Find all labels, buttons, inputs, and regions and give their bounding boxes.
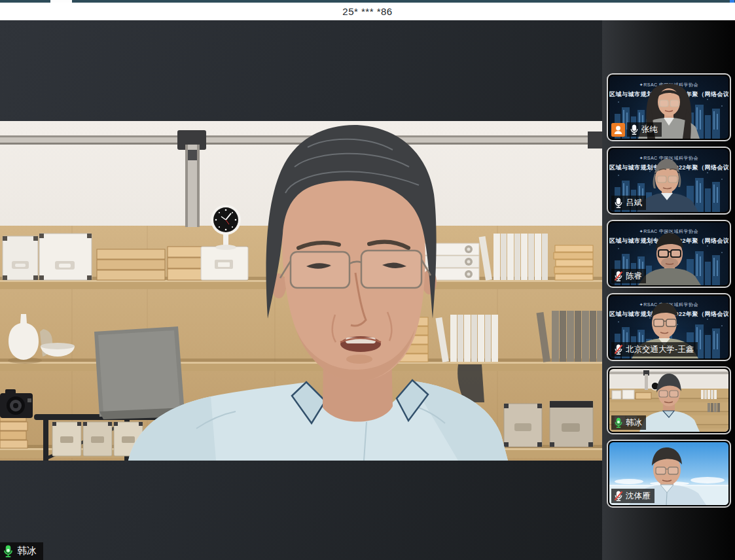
- participant-name: 韩冰: [626, 417, 642, 429]
- top-strip-notch: [50, 0, 72, 3]
- main-stage: 韩冰: [0, 20, 602, 560]
- active-speaker-label: 韩冰: [0, 542, 43, 560]
- top-strip-blue-fragment: [730, 0, 734, 3]
- participant-name-label: 沈体雁: [611, 489, 654, 503]
- participant-name: 陈睿: [626, 271, 642, 282]
- main-video[interactable]: [0, 121, 602, 461]
- meeting-window: 25* *** *86: [0, 0, 735, 560]
- participant-tile-chenrui[interactable]: ✦RSAC 中国区域科学协会 区域与城市规划专委会2022年聚（网络会议）: [607, 220, 731, 288]
- window-top-strip: [0, 0, 735, 3]
- participant-name: 吕斌: [626, 198, 642, 209]
- participant-tile-hanbing[interactable]: 韩冰: [607, 366, 731, 434]
- participant-name-label: 张纯: [627, 122, 662, 137]
- participant-name-label: 北京交通大学-王鑫: [611, 342, 698, 357]
- mic-on-icon: [3, 545, 14, 558]
- mic-on-icon: [630, 124, 639, 135]
- participants-sidebar: ✦RSAC 中国区域科学协会 区域与城市规划专委会2022年聚（网络会议）: [602, 20, 735, 560]
- participant-tile-zhangchun[interactable]: ✦RSAC 中国区域科学协会 区域与城市规划专委会2022年聚（网络会议）: [607, 73, 731, 141]
- participant-name: 北京交通大学-王鑫: [626, 344, 694, 355]
- participant-name: 沈体雁: [626, 491, 651, 502]
- mic-on-icon: [614, 198, 623, 209]
- main-video-feed: [0, 121, 602, 461]
- participant-name-label: 吕斌: [611, 196, 646, 210]
- mic-speaking-icon: [614, 417, 623, 429]
- active-speaker-name: 韩冰: [17, 545, 37, 557]
- participant-tile-lvbin[interactable]: ✦RSAC 中国区域科学协会 区域与城市规划专委会2022年聚（网络会议）: [607, 147, 731, 215]
- mic-muted-icon: [614, 491, 623, 502]
- mic-muted-icon: [614, 271, 623, 282]
- participant-name: 张纯: [641, 124, 658, 135]
- mic-muted-icon: [614, 344, 623, 355]
- participant-name-label: 陈睿: [611, 269, 646, 283]
- participant-name-label: 韩冰: [611, 415, 646, 430]
- participant-tile-wangxin[interactable]: ✦RSAC 中国区域科学协会 区域与城市规划专委会2022年聚（网络会议）: [607, 293, 731, 361]
- meeting-id: 25* *** *86: [342, 6, 392, 17]
- meeting-title-bar[interactable]: 25* *** *86: [0, 3, 735, 20]
- participant-tile-shentiyan[interactable]: 沈体雁: [607, 440, 731, 508]
- presenter-badge-icon: [611, 123, 625, 137]
